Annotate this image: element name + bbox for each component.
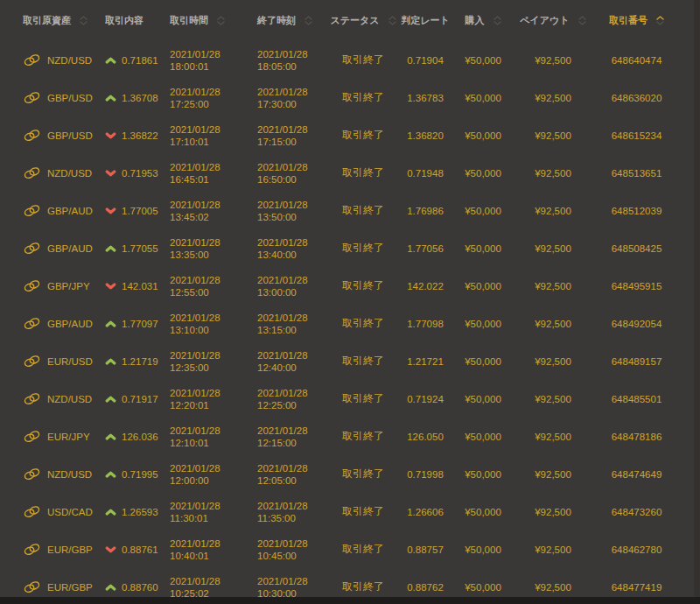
asset-cell: EUR/GBP [0,543,101,556]
payout-amount: ¥92,500 [514,55,592,66]
direction-arrow-icon [105,207,116,214]
column-header[interactable]: ステータス [328,14,398,27]
trade-end-time: 12:25:00 [257,399,328,411]
sort-caret-icon[interactable] [304,16,312,25]
trade-number: 648474649 [592,469,694,480]
trade-start-date: 2021/01/28 [170,387,253,399]
column-header[interactable]: 取引時間 [164,14,253,27]
trade-time-cell: 2021/01/28 12:20:01 [164,387,253,411]
trade-time-cell: 2021/01/28 12:35:00 [164,349,253,374]
trade-row[interactable]: NZD/USD 0.71861 2021/01/28 18:00:01 2021… [0,41,694,79]
trade-time-cell: 2021/01/28 17:25:00 [164,86,253,110]
trade-time-cell: 2021/01/28 13:10:00 [164,312,253,336]
trade-row[interactable]: EUR/GBP 0.88761 2021/01/28 10:40:01 2021… [0,530,694,568]
payout-amount: ¥92,500 [514,544,592,555]
sort-caret-icon[interactable] [578,16,586,25]
trade-row[interactable]: GBP/USD 1.36708 2021/01/28 17:25:00 2021… [0,79,694,116]
end-time-cell: 2021/01/28 17:15:00 [253,123,328,148]
trade-number: 648473260 [592,507,694,517]
currency-pair-link-icon [23,430,41,443]
trade-end-date: 2021/01/28 [257,537,328,550]
sort-caret-icon[interactable] [494,16,501,25]
settlement-rate: 0.88762 [398,582,452,593]
column-header[interactable]: ペイアウト [514,14,592,27]
trade-row[interactable]: GBP/AUD 1.77005 2021/01/28 13:45:02 2021… [0,192,694,229]
scrollbar-track[interactable] [694,0,700,597]
currency-pair-label: NZD/USD [47,168,92,179]
trade-number: 648485501 [592,394,694,404]
trade-row[interactable]: EUR/JPY 126.036 2021/01/28 12:10:01 2021… [0,418,694,455]
trade-time-cell: 2021/01/28 18:00:01 [164,48,253,73]
trade-start-date: 2021/01/28 [170,274,253,286]
entry-rate: 1.36708 [122,93,158,103]
payout-amount: ¥92,500 [514,582,592,593]
trade-row[interactable]: GBP/JPY 142.031 2021/01/28 12:55:00 2021… [0,267,694,305]
direction-arrow-icon [105,433,116,440]
status-label: 取引終了 [328,165,398,180]
end-time-cell: 2021/01/28 10:45:00 [253,537,328,562]
trade-start-time: 17:25:00 [170,98,253,110]
trade-row[interactable]: USD/CAD 1.26593 2021/01/28 11:30:01 2021… [0,493,694,530]
direction-arrow-icon [105,170,116,177]
direction-arrow-icon [105,283,116,290]
trade-number: 648636020 [592,93,694,103]
entry-rate: 0.88761 [122,544,158,555]
trade-end-time: 10:45:00 [257,550,328,562]
settlement-rate: 126.050 [398,432,452,442]
trade-direction-cell: 142.031 [101,281,164,291]
column-header[interactable]: 取引内容 [101,14,164,27]
column-header[interactable]: 購入 [452,14,514,27]
currency-pair-label: NZD/USD [47,394,92,404]
trade-start-time: 10:40:01 [170,550,253,562]
sort-caret-icon[interactable] [656,16,664,25]
trade-number: 648492054 [592,319,694,329]
trade-row[interactable]: NZD/USD 0.71953 2021/01/28 16:45:01 2021… [0,154,694,192]
trade-row[interactable]: NZD/USD 0.71917 2021/01/28 12:20:01 2021… [0,380,694,418]
purchase-amount: ¥50,000 [452,168,514,179]
direction-arrow-icon [105,132,116,139]
sort-caret-icon[interactable] [217,16,225,25]
column-header[interactable]: 終了時刻 [253,14,328,27]
trade-row[interactable]: GBP/AUD 1.77097 2021/01/28 13:10:00 2021… [0,305,694,342]
settlement-rate: 0.71948 [398,168,452,179]
column-header-label: 購入 [466,14,485,27]
entry-rate: 1.77097 [122,319,158,329]
currency-pair-label: GBP/AUD [47,243,93,254]
trade-number: 648508425 [592,243,694,254]
status-label: 取引終了 [328,467,398,481]
trade-row[interactable]: GBP/AUD 1.77055 2021/01/28 13:35:00 2021… [0,229,694,267]
payout-amount: ¥92,500 [514,168,592,179]
trade-number: 648640474 [592,55,694,66]
entry-rate: 1.21719 [122,356,158,367]
trade-time-cell: 2021/01/28 16:45:01 [164,161,253,186]
trade-start-time: 13:35:00 [170,249,253,261]
currency-pair-link-icon [23,242,41,255]
settlement-rate: 1.26606 [398,507,452,517]
trade-end-time: 18:05:00 [257,60,328,73]
direction-arrow-icon [105,320,116,327]
direction-arrow-icon [105,396,116,403]
trade-end-date: 2021/01/28 [257,387,328,399]
column-header[interactable]: 取引原資産 [0,14,101,27]
trade-direction-cell: 1.36708 [101,93,164,103]
column-header[interactable]: 取引番号 [592,14,694,27]
table-header-row: 取引原資産 取引内容 取引時間 終了時刻 ステータス 判定レート 購入 [0,0,694,41]
trade-end-time: 12:15:00 [257,437,328,449]
column-header[interactable]: 判定レート [398,14,452,27]
trade-start-date: 2021/01/28 [170,199,253,211]
trade-start-date: 2021/01/28 [170,575,253,587]
trade-direction-cell: 1.77005 [101,206,164,216]
trade-time-cell: 2021/01/28 12:55:00 [164,274,253,298]
sort-caret-icon[interactable] [80,16,88,25]
trade-direction-cell: 0.71917 [101,394,164,404]
trade-end-time: 16:50:00 [257,173,328,186]
direction-arrow-icon [105,509,116,516]
sort-caret-icon[interactable] [388,16,396,25]
trade-row[interactable]: EUR/USD 1.21719 2021/01/28 12:35:00 2021… [0,342,694,380]
trade-row[interactable]: NZD/USD 0.71995 2021/01/28 12:00:00 2021… [0,455,694,493]
trade-row[interactable]: GBP/USD 1.36822 2021/01/28 17:10:01 2021… [0,116,694,154]
settlement-rate: 1.77056 [398,243,452,254]
column-header-label: 取引原資産 [23,14,71,27]
trade-start-date: 2021/01/28 [170,123,253,136]
status-label: 取引終了 [328,128,398,143]
